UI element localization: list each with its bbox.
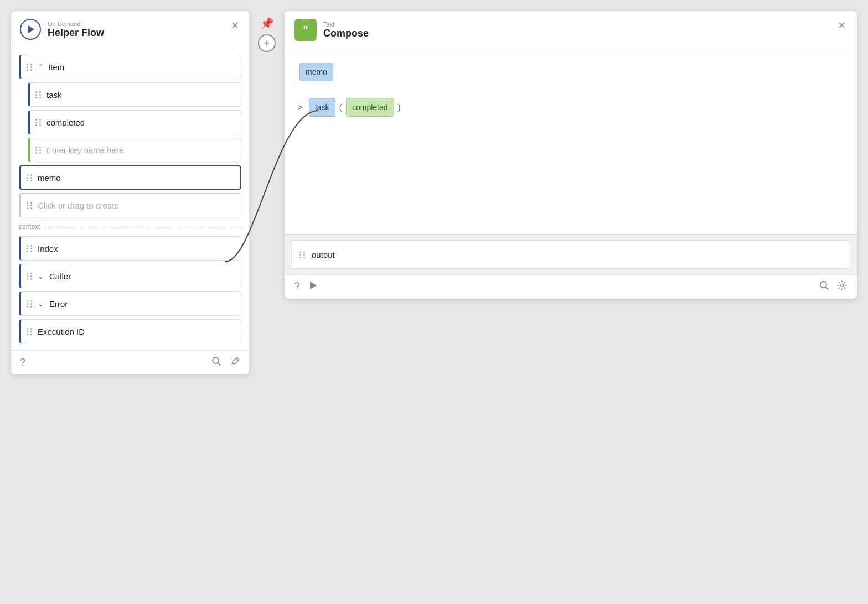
edit-icon[interactable] — [230, 356, 240, 369]
search-icon[interactable] — [819, 280, 829, 293]
right-panel-header: " Text Compose ✕ — [285, 11, 857, 49]
right-panel: " Text Compose ✕ memo > task ( completed… — [285, 11, 857, 299]
add-button[interactable]: + — [258, 34, 276, 52]
context-line — [45, 227, 241, 227]
panel-title-group: On Demand Helper Flow — [48, 20, 104, 39]
memo-label: memo — [38, 173, 61, 183]
list-item[interactable]: task — [28, 82, 241, 107]
right-title-group: Text Compose — [323, 21, 369, 39]
center-column: 📌 + — [258, 11, 276, 52]
list-item[interactable]: completed — [28, 110, 241, 134]
memo-item[interactable]: memo — [19, 165, 241, 190]
right-subtitle: Text — [323, 21, 369, 28]
index-item[interactable]: Index — [19, 236, 241, 261]
chevron-up-icon: ⌃ — [38, 63, 44, 71]
execution-id-label: Execution ID — [38, 327, 85, 336]
drag-handle — [27, 300, 33, 308]
list-item[interactable]: ⌃ Item — [19, 55, 241, 79]
right-footer-right — [819, 280, 847, 293]
svg-line-2 — [236, 358, 238, 361]
help-icon[interactable]: ? — [20, 357, 25, 368]
gear-icon[interactable] — [837, 280, 847, 293]
svg-line-5 — [826, 287, 829, 290]
svg-point-6 — [841, 284, 844, 287]
drag-handle — [27, 202, 33, 209]
error-item[interactable]: ⌄ Error — [19, 291, 241, 316]
panel-footer: ? — [11, 350, 249, 374]
play-icon[interactable] — [308, 280, 318, 293]
panel-title: Helper Flow — [48, 27, 104, 39]
memo-tag[interactable]: memo — [299, 63, 333, 81]
close-paren: ) — [398, 102, 401, 112]
execution-id-item[interactable]: Execution ID — [19, 319, 241, 343]
left-panel-close-button[interactable]: ✕ — [228, 19, 241, 32]
create-placeholder-label: Click or drag to create — [38, 201, 119, 210]
drag-handle — [299, 251, 306, 258]
play-icon — [20, 19, 41, 40]
chevron-down-icon: ⌄ — [38, 272, 44, 280]
svg-line-1 — [218, 363, 221, 366]
panel-subtitle: On Demand — [48, 20, 104, 27]
compose-content: memo > task ( completed ) — [298, 63, 844, 117]
item-label: Item — [48, 63, 64, 72]
chevron-down-icon: ⌄ — [38, 300, 44, 308]
right-title: Compose — [323, 28, 369, 39]
caller-label: Caller — [49, 272, 71, 281]
play-triangle — [28, 25, 34, 33]
drag-handle — [27, 328, 33, 335]
completed-tag[interactable]: completed — [346, 98, 394, 117]
output-section: output — [285, 234, 857, 274]
new-key-placeholder: Enter key name here — [46, 145, 123, 155]
right-panel-footer: ? — [285, 274, 857, 299]
panel-body: ⌃ Item task completed Enter key name her… — [11, 48, 249, 350]
compose-area[interactable]: memo > task ( completed ) — [285, 49, 857, 234]
pin-icon[interactable]: 📌 — [260, 17, 274, 30]
drag-handle — [35, 147, 42, 154]
drag-handle — [27, 174, 33, 181]
drag-handle — [35, 91, 42, 98]
context-label: context — [19, 223, 40, 231]
panel-header: On Demand Helper Flow ✕ — [11, 11, 249, 48]
drag-handle — [27, 245, 33, 252]
right-footer-left: ? — [294, 280, 318, 293]
create-placeholder-row[interactable]: Click or drag to create — [19, 193, 241, 217]
drag-handle — [27, 273, 33, 280]
search-icon[interactable] — [211, 356, 221, 369]
index-label: Index — [38, 244, 58, 253]
new-key-input-row[interactable]: Enter key name here — [28, 138, 241, 162]
caller-item[interactable]: ⌄ Caller — [19, 264, 241, 288]
svg-marker-3 — [310, 282, 317, 289]
drag-handle — [27, 64, 33, 71]
item-label: task — [46, 90, 62, 100]
left-panel: On Demand Helper Flow ✕ ⌃ Item task comp… — [11, 11, 249, 374]
item-label: completed — [46, 118, 85, 127]
right-panel-close-button[interactable]: ✕ — [835, 19, 848, 32]
footer-right — [211, 356, 240, 369]
error-label: Error — [49, 299, 68, 309]
open-paren: ( — [339, 102, 342, 112]
task-tag[interactable]: task — [309, 98, 335, 117]
drag-handle — [35, 119, 42, 126]
help-icon[interactable]: ? — [294, 280, 300, 293]
output-label: output — [312, 250, 335, 259]
gt-symbol: > — [298, 102, 303, 112]
context-divider: context — [19, 221, 241, 233]
output-row: output — [291, 240, 850, 269]
compose-icon-box: " — [294, 19, 317, 41]
quote-icon: " — [303, 24, 308, 35]
